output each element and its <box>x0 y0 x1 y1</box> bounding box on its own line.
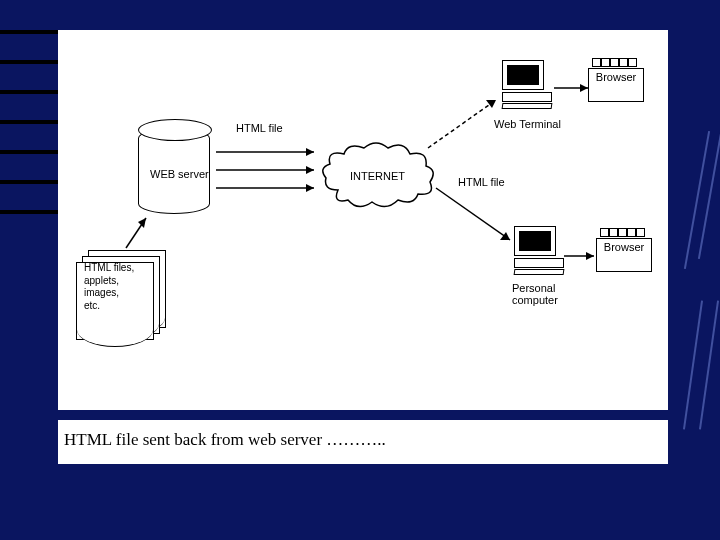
svg-marker-13 <box>580 84 588 92</box>
svg-marker-7 <box>306 184 314 192</box>
web-terminal-icon <box>502 60 552 106</box>
slide-caption: HTML file sent back from web server ……….… <box>58 420 668 464</box>
personal-computer-icon <box>514 226 564 272</box>
svg-marker-1 <box>138 218 146 228</box>
arrows-layer <box>58 30 668 410</box>
diagram-canvas: WEB server HTML files, applets, images, … <box>58 30 668 410</box>
browser2-label: Browser <box>604 241 644 253</box>
personal-computer-label: Personal computer <box>512 282 558 306</box>
decorative-right-lines <box>672 120 712 420</box>
svg-marker-3 <box>306 148 314 156</box>
svg-line-10 <box>436 188 510 240</box>
web-terminal-label: Web Terminal <box>494 118 561 130</box>
browser1-box: Browser <box>588 68 644 102</box>
decorative-left-bars <box>0 30 58 240</box>
svg-line-8 <box>428 100 496 148</box>
browser2-box: Browser <box>596 238 652 272</box>
browser2-tabs-icon <box>600 228 645 237</box>
browser1-label: Browser <box>596 71 636 83</box>
svg-marker-5 <box>306 166 314 174</box>
svg-marker-15 <box>586 252 594 260</box>
browser1-tabs-icon <box>592 58 637 67</box>
